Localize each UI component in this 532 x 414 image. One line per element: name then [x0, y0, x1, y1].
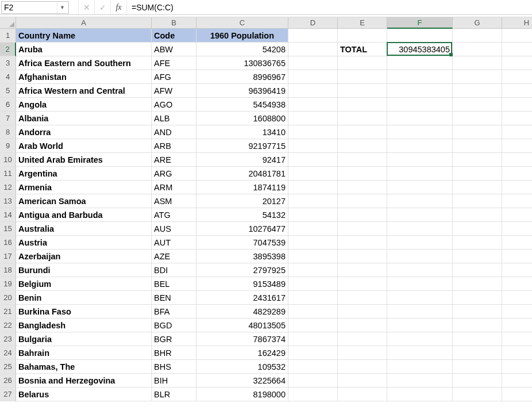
cell-country-name[interactable]: Africa Eastern and Southern [16, 56, 152, 70]
column-header-A[interactable]: A [16, 17, 152, 29]
cell-E[interactable] [338, 236, 387, 250]
row-header-12[interactable]: 12 [0, 181, 16, 194]
cell-D[interactable] [288, 250, 338, 263]
cell-F[interactable] [387, 319, 453, 332]
cell-code[interactable]: BEN [152, 291, 196, 305]
cell-code[interactable]: BHS [152, 360, 196, 374]
cell-G[interactable] [453, 153, 502, 167]
row-header-6[interactable]: 6 [0, 98, 16, 112]
cell-D[interactable] [288, 181, 338, 194]
cell-code[interactable]: AFG [152, 70, 196, 84]
cell-country-name[interactable]: Azerbaijan [16, 250, 152, 263]
cell-population[interactable]: 4829289 [196, 305, 288, 319]
cell-population[interactable]: 3895398 [196, 250, 288, 263]
cell-E[interactable] [338, 332, 387, 346]
row-header-26[interactable]: 26 [0, 374, 16, 388]
cell-E[interactable] [338, 153, 387, 167]
cell-country-name[interactable]: Burkina Faso [16, 305, 152, 319]
row-header-21[interactable]: 21 [0, 305, 16, 319]
column-header-E[interactable]: E [338, 17, 387, 29]
cell-population[interactable]: 2431617 [196, 291, 288, 305]
cell-country-name[interactable]: Benin [16, 291, 152, 305]
cell-E[interactable] [338, 112, 387, 125]
cell-F[interactable] [387, 222, 453, 236]
cell-G[interactable] [453, 277, 502, 291]
row-header-23[interactable]: 23 [0, 332, 16, 346]
cell-F[interactable] [387, 112, 453, 125]
cell-country-name[interactable]: Belgium [16, 277, 152, 291]
cell-E[interactable] [338, 222, 387, 236]
insert-function-button[interactable]: fx [110, 0, 126, 14]
row-header-18[interactable]: 18 [0, 263, 16, 277]
cell-population[interactable]: 2797925 [196, 263, 288, 277]
cell-F[interactable] [387, 56, 453, 70]
cell-H[interactable] [502, 208, 532, 222]
cell-population[interactable]: 48013505 [196, 319, 288, 332]
row-header-24[interactable]: 24 [0, 346, 16, 360]
row-header-25[interactable]: 25 [0, 360, 16, 374]
cell-country-name[interactable]: Austria [16, 236, 152, 250]
column-header-F[interactable]: F [387, 17, 453, 29]
cell-E[interactable] [338, 374, 387, 388]
row-header-22[interactable]: 22 [0, 319, 16, 332]
cell-country-name[interactable]: Antigua and Barbuda [16, 208, 152, 222]
cell-E[interactable] [338, 98, 387, 112]
cell-population[interactable]: 1608800 [196, 112, 288, 125]
cell-country-name[interactable]: Australia [16, 222, 152, 236]
cell-H[interactable] [502, 98, 532, 112]
cell-D[interactable] [288, 153, 338, 167]
cell-population[interactable]: 92197715 [196, 139, 288, 153]
cell-G[interactable] [453, 56, 502, 70]
cell-H[interactable] [502, 181, 532, 194]
cell-G[interactable] [453, 208, 502, 222]
cell-population[interactable]: 8198000 [196, 388, 288, 401]
cell-code[interactable]: AUS [152, 222, 196, 236]
cell-code[interactable]: BIH [152, 374, 196, 388]
cell-G[interactable] [453, 98, 502, 112]
row-header-2[interactable]: 2 [0, 43, 16, 56]
cell-H[interactable] [502, 374, 532, 388]
cell-D[interactable] [288, 332, 338, 346]
cell-code[interactable]: ALB [152, 112, 196, 125]
cell-code[interactable]: BEL [152, 277, 196, 291]
cell-code[interactable]: BGR [152, 332, 196, 346]
cell-code[interactable]: BGD [152, 319, 196, 332]
cell-H[interactable] [502, 319, 532, 332]
cell-G[interactable] [453, 374, 502, 388]
cell-population[interactable]: 54208 [196, 43, 288, 56]
row-header-5[interactable]: 5 [0, 84, 16, 98]
cell-E[interactable] [338, 125, 387, 139]
cell-D[interactable] [288, 43, 338, 56]
cell-D[interactable] [288, 374, 338, 388]
cell-H[interactable] [502, 43, 532, 56]
cell-H[interactable] [502, 112, 532, 125]
cell-F[interactable] [387, 250, 453, 263]
cell-F[interactable] [387, 29, 453, 43]
cell-population[interactable]: 9153489 [196, 277, 288, 291]
cell-code[interactable]: AFW [152, 84, 196, 98]
cell-code[interactable]: BDI [152, 263, 196, 277]
cell-D[interactable] [288, 277, 338, 291]
cell-D[interactable] [288, 84, 338, 98]
cell-population[interactable]: 162429 [196, 346, 288, 360]
cell-G[interactable] [453, 139, 502, 153]
row-header-4[interactable]: 4 [0, 70, 16, 84]
cell-E[interactable] [338, 319, 387, 332]
row-header-1[interactable]: 1 [0, 29, 16, 43]
cell-D[interactable] [288, 70, 338, 84]
cell-E[interactable] [338, 194, 387, 208]
cell-population[interactable]: 7047539 [196, 236, 288, 250]
cell-code[interactable]: AFE [152, 56, 196, 70]
cell-G[interactable] [453, 70, 502, 84]
cell-H[interactable] [502, 250, 532, 263]
cell-D[interactable] [288, 236, 338, 250]
cell-H[interactable] [502, 153, 532, 167]
cell-H[interactable] [502, 291, 532, 305]
cell-E[interactable] [338, 346, 387, 360]
cell-country-name[interactable]: Burundi [16, 263, 152, 277]
cell-G[interactable] [453, 181, 502, 194]
cell-H[interactable] [502, 56, 532, 70]
cell-G[interactable] [453, 332, 502, 346]
cell-country-name[interactable]: Arab World [16, 139, 152, 153]
cell-population[interactable]: 3225664 [196, 374, 288, 388]
